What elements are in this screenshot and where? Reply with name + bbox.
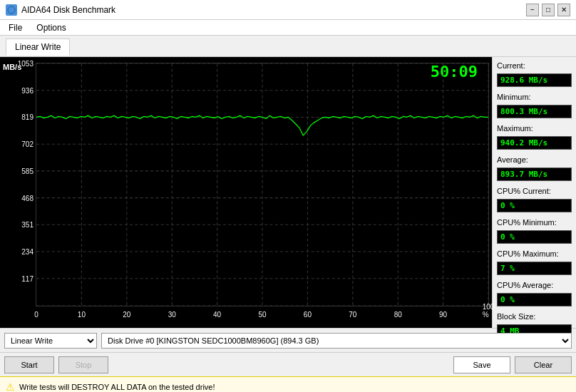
x-tick-40: 40 [213,311,221,319]
tab-bar: Linear Write [0,36,576,57]
maximum-label: Maximum: [497,124,572,133]
test-type-dropdown[interactable]: Linear Write [4,333,97,349]
warning-bar: ⚠ Write tests will DESTROY ALL DATA on t… [0,376,576,392]
svg-point-0 [8,6,15,14]
menu-options[interactable]: Options [34,22,68,33]
stop-button[interactable]: Stop [58,356,108,373]
x-tick-10: 10 [78,311,86,319]
tab-linear-write[interactable]: Linear Write [6,38,70,56]
cpu-average-label: CPU% Average: [497,281,572,289]
y-tick-819: 819 [21,113,36,121]
main-area: MB/s 50:09 [0,57,576,328]
y-tick-234: 234 [21,248,36,256]
average-label: Average: [497,155,572,164]
start-button[interactable]: Start [4,356,54,373]
menu-bar: File Options [0,20,576,36]
x-tick-90: 90 [439,311,447,319]
chart-area: MB/s 50:09 [0,57,492,328]
average-value: 893.7 MB/s [497,167,572,181]
cpu-current-value: 0 % [497,199,572,212]
current-label: Current: [497,61,572,70]
maximize-button[interactable]: □ [542,4,555,16]
block-size-label: Block Size: [497,312,572,321]
controls-row2: Start Stop Save Clear [0,352,576,376]
warning-text: Write tests will DESTROY ALL DATA on the… [19,383,215,391]
minimize-button[interactable]: − [526,4,539,16]
controls-row1: Linear Write Disk Drive #0 [KINGSTON SED… [0,328,576,352]
clear-button[interactable]: Clear [515,356,572,373]
y-tick-351: 351 [21,221,36,229]
cpu-maximum-label: CPU% Maximum: [497,249,572,258]
y-tick-1053: 1053 [18,60,36,68]
x-tick-30: 30 [168,311,176,319]
x-tick-20: 20 [123,311,130,319]
title-bar: AIDA64 Disk Benchmark − □ ✕ [0,0,576,20]
chart-grid: 1053 936 819 702 585 468 351 234 117 0 1… [36,63,489,306]
menu-file[interactable]: File [6,22,25,33]
cpu-average-value: 0 % [497,293,572,306]
window-title: AIDA64 Disk Benchmark [21,5,115,15]
x-tick-100: 100 % [483,303,495,319]
app-icon [6,4,17,16]
y-tick-585: 585 [21,167,36,175]
minimum-label: Minimum: [497,93,572,101]
chart-svg [36,63,488,306]
y-tick-117: 117 [21,274,36,282]
cpu-minimum-value: 0 % [497,230,572,244]
warning-icon: ⚠ [6,381,15,393]
x-tick-50: 50 [258,311,266,319]
x-tick-80: 80 [394,311,402,319]
right-panel: Current: 928.6 MB/s Minimum: 800.3 MB/s … [492,57,576,328]
x-tick-70: 70 [349,311,356,319]
y-tick-702: 702 [21,140,36,148]
cpu-current-label: CPU% Current: [497,187,572,195]
disk-dropdown[interactable]: Disk Drive #0 [KINGSTON SEDC1000BM8960G]… [101,333,572,349]
cpu-minimum-label: CPU% Minimum: [497,218,572,227]
current-value: 928.6 MB/s [497,73,572,87]
y-tick-936: 936 [21,86,36,94]
x-tick-0: 0 [34,311,38,319]
cpu-maximum-value: 7 % [497,262,572,275]
close-button[interactable]: ✕ [557,4,570,16]
save-button[interactable]: Save [453,356,510,373]
minimum-value: 800.3 MB/s [497,105,572,118]
maximum-value: 940.2 MB/s [497,136,572,150]
x-tick-60: 60 [304,311,312,319]
y-tick-468: 468 [21,194,36,202]
window-controls: − □ ✕ [526,4,570,16]
